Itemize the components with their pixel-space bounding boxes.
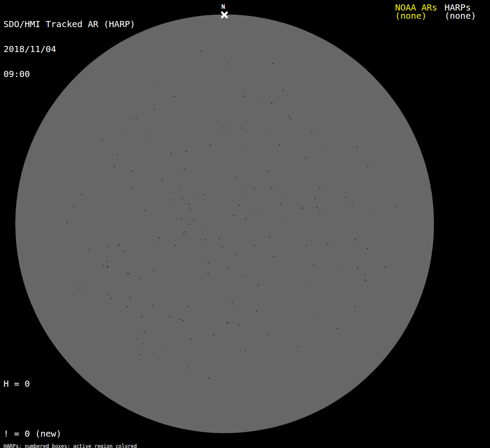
sunspot-speckle: [141, 316, 142, 317]
sunspot-speckle: [208, 378, 209, 378]
sunspot-speckle: [228, 322, 228, 323]
sunspot-speckle: [188, 131, 189, 132]
sunspot-speckle: [239, 205, 240, 206]
sunspot-speckle: [173, 200, 174, 200]
sunspot-speckle: [131, 188, 132, 189]
sunspot-speckle: [243, 276, 243, 276]
sunspot-speckle: [287, 199, 287, 200]
sunspot-speckle: [236, 177, 237, 178]
sunspot-speckle: [66, 222, 67, 223]
sunspot-speckle: [258, 86, 258, 87]
sunspot-speckle: [153, 160, 154, 160]
sunspot-speckle: [364, 274, 365, 275]
sunspot-speckle: [175, 245, 176, 246]
sunspot-speckle: [202, 231, 203, 231]
sunspot-speckle: [130, 297, 130, 298]
sunspot-speckle: [221, 164, 221, 164]
sunspot-speckle: [102, 264, 102, 265]
harps-value: (none): [444, 12, 476, 20]
noaa-ars-value: (none): [395, 12, 427, 20]
sunspot-speckle: [184, 168, 185, 169]
sunspot-speckle: [232, 302, 233, 303]
sunspot-speckle: [154, 109, 155, 110]
sunspot-speckle: [365, 280, 366, 281]
sunspot-speckle: [271, 188, 272, 189]
sunspot-speckle: [385, 267, 386, 268]
sunspot-speckle: [89, 249, 90, 250]
sunspot-speckle: [249, 202, 250, 203]
sunspot-speckle: [56, 238, 56, 239]
plot-time: 09:00: [4, 70, 135, 78]
sunspot-speckle: [123, 251, 124, 252]
sunspot-speckle: [305, 158, 306, 158]
sunspot-speckle: [355, 239, 356, 240]
sunspot-speckle: [201, 51, 202, 52]
sunspot-speckle: [165, 319, 166, 319]
sunspot-speckle: [189, 209, 190, 210]
sunspot-speckle: [129, 273, 130, 274]
sunspot-speckle: [160, 241, 160, 241]
sunspot-speckle: [319, 188, 320, 189]
sunspot-speckle: [140, 278, 140, 279]
sunspot-speckle: [357, 147, 357, 147]
sunspot-speckle: [143, 343, 144, 344]
sunspot-speckle: [357, 268, 358, 269]
sunspot-speckle: [144, 210, 145, 211]
sunspot-speckle: [368, 166, 368, 167]
sunspot-speckle: [222, 246, 223, 247]
sunspot-speckle: [138, 277, 138, 278]
sunspot-speckle: [341, 268, 342, 268]
sunspot-speckle: [183, 234, 184, 234]
sunspot-speckle: [186, 151, 187, 152]
sunspot-speckle: [182, 198, 182, 199]
sunspot-speckle: [118, 245, 119, 246]
sunspot-speckle: [233, 215, 234, 216]
sunspot-speckle: [267, 334, 268, 335]
sunspot-speckle: [210, 144, 211, 145]
sunspot-speckle: [302, 208, 303, 209]
footer-notes: HARPs: numbered boxes; active region col…: [4, 433, 179, 448]
sunspot-speckle: [315, 198, 315, 199]
sunspot-speckle: [103, 266, 104, 266]
footer-harps-note: HARPs: numbered boxes; active region col…: [4, 444, 179, 448]
sunspot-speckle: [245, 219, 246, 220]
sunspot-speckle: [94, 184, 94, 184]
sunspot-speckle: [114, 252, 115, 253]
sunspot-speckle: [273, 256, 274, 257]
sunspot-speckle: [127, 306, 128, 307]
sunspot-speckle: [177, 218, 178, 219]
sunspot-speckle: [377, 281, 378, 282]
sunspot-speckle: [185, 231, 186, 232]
sunspot-speckle: [374, 192, 374, 193]
sunspot-speckle: [141, 330, 142, 331]
sunspot-speckle: [107, 267, 108, 268]
sunspot-speckle: [228, 63, 229, 64]
sunspot-speckle: [153, 270, 154, 271]
sunspot-speckle: [136, 118, 136, 119]
sunspot-speckle: [172, 231, 173, 232]
sunspot-speckle: [111, 298, 112, 299]
sunspot-speckle: [247, 151, 248, 151]
sunspot-speckle: [159, 238, 160, 238]
sunspot-speckle: [189, 204, 189, 205]
sunspot-speckle: [171, 153, 172, 154]
sunspot-speckle: [283, 90, 284, 91]
sunspot-speckle: [298, 346, 298, 346]
sunspot-speckle: [208, 273, 209, 274]
sunspot-speckle: [258, 284, 259, 285]
sunspot-speckle: [188, 368, 189, 368]
sunspot-speckle: [213, 335, 214, 336]
sunspot-speckle: [262, 210, 263, 210]
sunspot-speckle: [306, 245, 307, 246]
sunspot-speckle: [131, 171, 132, 172]
sunspot-speckle: [153, 352, 153, 353]
sunspot-speckle: [267, 171, 268, 172]
sunspot-speckle: [180, 319, 181, 320]
sunspot-speckle: [327, 243, 328, 244]
sunspot-speckle: [107, 246, 108, 247]
sunspot-speckle: [250, 149, 251, 149]
sunspot-speckle: [152, 83, 153, 83]
sunspot-speckle: [208, 262, 209, 263]
sunspot-speckle: [313, 265, 314, 266]
sunspot-speckle: [367, 248, 368, 249]
